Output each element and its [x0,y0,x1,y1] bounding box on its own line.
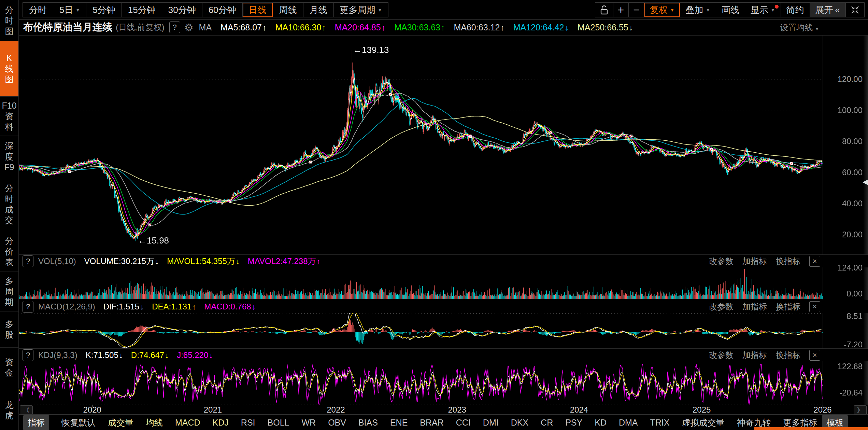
zoom-out-button[interactable]: − [629,3,644,17]
ma-settings-dropdown[interactable]: 设置均线▼ [780,22,819,33]
year-label-2022: 2022 [327,405,345,415]
tab-虚拟成交量[interactable]: 虚拟成交量 [682,417,724,428]
add-indicator-link[interactable]: 加指标 [742,256,767,267]
period-button-15分钟[interactable]: 15分钟 [122,3,162,17]
scroll-right-button[interactable]: 》 [854,405,867,415]
tab-MACD[interactable]: MACD [175,418,200,428]
display-button[interactable]: 显示 ▼ [745,3,781,17]
year-label-2026: 2026 [813,405,831,415]
sidebar-item-分时图[interactable]: 分时图 [0,0,18,41]
period-button-分时[interactable]: 分时 [23,3,53,17]
overlay-label: 叠加 [686,4,703,16]
kline-app: { "icons": { "caret_down": "▼", "arrow_u… [0,0,868,430]
close-panel-button[interactable]: × [809,301,820,312]
sidebar-item-多周期[interactable]: 多周期 [0,272,18,311]
indicator-tab-bar: 指标恢复默认成交量均线MACDKDJRSIBOLLWROBVBIASENEBRA… [18,414,868,430]
kdj-chart[interactable] [18,361,823,405]
tab-神奇九转[interactable]: 神奇九转 [737,417,771,428]
sidebar-item-分价表[interactable]: 分价表 [0,231,18,272]
sidebar-item-深度F9[interactable]: 深度F9 [0,136,18,177]
scroll-left-button[interactable]: 《 [20,405,33,415]
top-toolbar: 分时5日▼5分钟15分钟30分钟60分钟日线周线月线更多周期▼ + − 复权 ▼… [0,0,868,20]
tab-RSI[interactable]: RSI [241,418,255,428]
tab-DMA[interactable]: DMA [619,418,638,428]
close-panel-button[interactable]: × [809,350,820,361]
tab-WR[interactable]: WR [301,418,316,428]
indicator-value-K: K:71.505↓ [86,350,123,360]
sidebar-item-F10资料[interactable]: F10资料 [0,97,18,136]
tab-ENE[interactable]: ENE [390,418,408,428]
add-indicator-link[interactable]: 加指标 [742,350,767,361]
drawline-label: 画线 [722,4,739,16]
sidebar-item-K线图[interactable]: K线图 [0,41,18,97]
volume-chart[interactable] [18,267,823,300]
period-button-5日[interactable]: 5日▼ [53,3,86,17]
close-panel-button[interactable]: × [809,256,820,267]
help-icon[interactable]: ? [23,301,33,313]
change-params-link[interactable]: 改参数 [709,256,734,267]
period-button-月线[interactable]: 月线 [303,3,334,17]
tab-恢复默认[interactable]: 恢复默认 [61,417,96,428]
ma-group-label: MA [199,23,212,32]
tab-KD[interactable]: KD [595,418,607,428]
period-button-5分钟[interactable]: 5分钟 [86,3,122,17]
toolbar-right-group: + − 复权 ▼ 叠加 ▼ 画线 显示 ▼ 简约 展开 « [595,2,865,17]
tab-DKX[interactable]: DKX [511,418,528,428]
tab-BOLL[interactable]: BOLL [268,418,289,428]
drawline-button[interactable]: 画线 [716,3,745,17]
collapse-window-icon[interactable] [846,3,864,17]
switch-indicator-link[interactable]: 换指标 [776,301,800,312]
macd-chart[interactable] [18,313,823,348]
gear-icon[interactable]: ⚙ [184,22,194,33]
sidebar-item-资金[interactable]: 资金 [0,348,18,387]
tab-更多指标[interactable]: 更多指标 [783,417,817,428]
tab-指标[interactable]: 指标 [23,415,49,430]
vol-panel-header: ?VOL(5,10)VOLUME:30.215万↓MAVOL1:54.355万↓… [18,254,868,267]
switch-indicator-link[interactable]: 换指标 [776,256,800,267]
ma-value-MA120: MA120:64.42↓ [513,23,569,32]
unlock-icon[interactable] [595,3,613,17]
sidebar-item-多股[interactable]: 多股 [0,311,18,348]
panel-collapse-handle[interactable]: ◀ [863,177,868,186]
axis-label: -20.64 [839,388,863,398]
fuquan-button[interactable]: 复权 ▼ [644,3,680,17]
period-button-更多周期[interactable]: 更多周期▼ [334,3,388,17]
period-button-60分钟[interactable]: 60分钟 [202,3,243,17]
overlay-button[interactable]: 叠加 ▼ [680,3,716,17]
help-icon[interactable]: ? [23,255,33,267]
tab-CCI[interactable]: CCI [456,418,471,428]
simple-mode-button[interactable]: 简约 [781,3,810,17]
tab-BIAS[interactable]: BIAS [358,418,378,428]
expand-button[interactable]: 展开 « [810,3,846,17]
period-button-group: 分时5日▼5分钟15分钟30分钟60分钟日线周线月线更多周期▼ [23,2,388,17]
period-button-30分钟[interactable]: 30分钟 [162,3,202,17]
switch-indicator-link[interactable]: 换指标 [776,350,800,361]
add-indicator-link[interactable]: 加指标 [742,301,767,312]
period-button-日线[interactable]: 日线 [243,3,273,17]
sidebar-item-龙虎[interactable]: 龙虎 [0,387,18,430]
year-label-2021: 2021 [204,405,222,415]
indicator-value-DEA: DEA:1.131↑ [152,302,196,311]
indicator-name: VOL(5,10) [38,256,76,266]
tab-PSY[interactable]: PSY [565,418,582,428]
sidebar-item-分时成交[interactable]: 分时成交 [0,177,18,231]
tab-OBV[interactable]: OBV [328,418,346,428]
change-params-link[interactable]: 改参数 [709,301,734,312]
help-icon[interactable]: ? [23,349,33,361]
period-button-周线[interactable]: 周线 [273,3,303,17]
tab-BRAR[interactable]: BRAR [420,418,443,428]
tab-成交量[interactable]: 成交量 [108,417,133,428]
tab-DMI[interactable]: DMI [483,418,499,428]
display-label: 显示 [751,4,768,16]
main-kline-chart[interactable] [18,35,823,254]
tab-CR[interactable]: CR [541,418,553,428]
indicator-name: MACD(12,26,9) [38,302,95,311]
tab-均线[interactable]: 均线 [146,417,163,428]
zoom-in-button[interactable]: + [613,3,629,17]
left-sidebar: 分时图K线图F10资料深度F9分时成交分价表多周期多股资金龙虎 [0,0,19,430]
indicator-value-DIF: DIF:1.515↓ [103,302,144,311]
change-params-link[interactable]: 改参数 [709,350,734,361]
tab-TRIX[interactable]: TRIX [650,418,670,428]
tab-KDJ[interactable]: KDJ [213,418,229,428]
help-icon[interactable]: ? [169,22,180,33]
